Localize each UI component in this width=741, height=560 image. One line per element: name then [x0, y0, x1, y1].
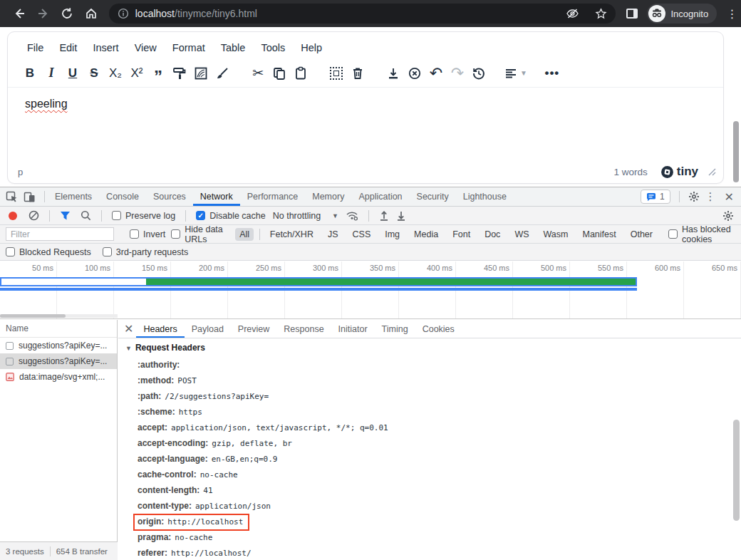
- back-button[interactable]: [7, 3, 31, 24]
- filter-pill-font[interactable]: Font: [448, 228, 475, 241]
- tab-preview[interactable]: Preview: [231, 320, 276, 338]
- paste-button[interactable]: [290, 63, 311, 84]
- network-settings-icon[interactable]: [722, 210, 734, 222]
- bookmark-star-icon[interactable]: [595, 8, 607, 20]
- blockquote-button[interactable]: ”: [147, 63, 169, 84]
- align-dropdown[interactable]: ▼: [504, 63, 527, 84]
- import-har-icon[interactable]: [379, 210, 389, 221]
- filter-pill-media[interactable]: Media: [410, 228, 442, 241]
- tab-cookies[interactable]: Cookies: [415, 320, 462, 338]
- menu-tools[interactable]: Tools: [253, 40, 293, 56]
- tab-network[interactable]: Network: [193, 187, 240, 206]
- menu-file[interactable]: File: [19, 40, 51, 56]
- menu-view[interactable]: View: [127, 40, 165, 56]
- italic-button[interactable]: I: [41, 63, 62, 84]
- tiny-branding[interactable]: tiny: [660, 165, 698, 179]
- device-toolbar-icon[interactable]: [24, 191, 41, 203]
- menu-table[interactable]: Table: [213, 40, 254, 56]
- trash-button[interactable]: [347, 63, 368, 84]
- address-bar[interactable]: localhost/tinymce/tiny6.html: [109, 4, 616, 24]
- paint-roller-icon[interactable]: [169, 63, 190, 84]
- brush-icon[interactable]: [212, 63, 233, 84]
- undo-button[interactable]: ↶: [425, 63, 447, 84]
- frame-curves-icon[interactable]: [190, 63, 212, 84]
- side-panel-icon[interactable]: [626, 8, 638, 19]
- menu-format[interactable]: Format: [165, 40, 213, 56]
- strikethrough-button[interactable]: S: [83, 63, 105, 84]
- inspect-element-icon[interactable]: [0, 191, 24, 203]
- hide-data-urls-checkbox[interactable]: Hide data URLs: [171, 224, 229, 244]
- copy-button[interactable]: [269, 63, 290, 84]
- tab-initiator[interactable]: Initiator: [331, 320, 375, 338]
- tab-memory[interactable]: Memory: [305, 187, 351, 206]
- record-button[interactable]: [9, 212, 17, 220]
- site-info-icon[interactable]: [118, 8, 129, 19]
- filter-pill-img[interactable]: Img: [380, 228, 404, 241]
- network-conditions-icon[interactable]: [346, 210, 358, 221]
- tab-payload[interactable]: Payload: [185, 320, 231, 338]
- forward-button[interactable]: [31, 3, 56, 24]
- request-row-selected[interactable]: suggestions?apiKey=...: [0, 353, 117, 369]
- third-party-requests-checkbox[interactable]: 3rd-party requests: [103, 247, 188, 257]
- more-button[interactable]: •••: [542, 63, 563, 84]
- cut-button[interactable]: ✂: [247, 63, 269, 84]
- reload-button[interactable]: [55, 3, 79, 24]
- export-har-icon[interactable]: [396, 210, 406, 221]
- resize-handle[interactable]: [708, 168, 716, 176]
- tab-headers[interactable]: Headers: [136, 320, 184, 338]
- misspelled-word[interactable]: speeling: [25, 98, 68, 110]
- eye-blocked-icon[interactable]: [566, 8, 579, 19]
- disable-cache-checkbox[interactable]: ✓Disable cache: [196, 211, 266, 221]
- invert-checkbox[interactable]: Invert: [130, 229, 165, 239]
- word-count[interactable]: 1 words: [613, 167, 647, 177]
- has-blocked-cookies-checkbox[interactable]: Has blocked cookies: [668, 224, 741, 244]
- request-row[interactable]: data:image/svg+xml;...: [0, 369, 117, 385]
- editor-content[interactable]: speeling: [8, 88, 723, 156]
- detail-close-icon[interactable]: ✕: [121, 322, 136, 336]
- bold-button[interactable]: B: [19, 63, 41, 84]
- filter-toggle-icon[interactable]: [60, 211, 71, 221]
- tab-application[interactable]: Application: [351, 187, 409, 206]
- filter-pill-wasm[interactable]: Wasm: [539, 228, 573, 241]
- home-button[interactable]: [79, 3, 103, 24]
- redo-button[interactable]: ↷: [447, 63, 468, 84]
- tab-response[interactable]: Response: [276, 320, 331, 338]
- incognito-badge[interactable]: Incognito: [647, 4, 717, 24]
- restore-draft-icon[interactable]: [468, 63, 489, 84]
- filter-pill-js[interactable]: JS: [323, 228, 343, 241]
- name-column-header[interactable]: Name: [0, 320, 117, 338]
- menu-help[interactable]: Help: [293, 40, 330, 56]
- browser-menu-icon[interactable]: ⋮: [724, 7, 741, 21]
- select-all-button[interactable]: [326, 63, 347, 84]
- preserve-log-checkbox[interactable]: Preserve log: [112, 211, 175, 221]
- tab-performance[interactable]: Performance: [240, 187, 306, 206]
- filter-pill-manifest[interactable]: Manifest: [578, 228, 620, 241]
- filter-pill-css[interactable]: CSS: [348, 228, 375, 241]
- filter-pill-doc[interactable]: Doc: [480, 228, 504, 241]
- blocked-requests-checkbox[interactable]: Blocked Requests: [6, 247, 91, 257]
- filter-pill-other[interactable]: Other: [626, 228, 657, 241]
- horizontal-scrollbar[interactable]: [0, 314, 118, 318]
- request-row[interactable]: suggestions?apiKey=...: [0, 338, 117, 353]
- search-icon[interactable]: [81, 210, 91, 221]
- tab-sources[interactable]: Sources: [146, 187, 193, 206]
- tab-console[interactable]: Console: [99, 187, 146, 206]
- cancel-button[interactable]: [404, 63, 425, 84]
- subscript-button[interactable]: X₂: [105, 63, 126, 84]
- clear-button[interactable]: [28, 210, 39, 221]
- underline-button[interactable]: U: [62, 63, 83, 84]
- devtools-menu-icon[interactable]: ⋮: [705, 190, 716, 203]
- issues-counter[interactable]: 1: [641, 190, 670, 204]
- detail-scrollbar[interactable]: [733, 420, 740, 521]
- menu-edit[interactable]: Edit: [51, 40, 85, 56]
- superscript-button[interactable]: X²: [126, 63, 147, 84]
- tab-elements[interactable]: Elements: [48, 187, 99, 206]
- tab-lighthouse[interactable]: Lighthouse: [456, 187, 514, 206]
- page-scrollbar[interactable]: [733, 121, 739, 182]
- devtools-settings-icon[interactable]: [688, 191, 700, 202]
- menu-insert[interactable]: Insert: [85, 40, 126, 56]
- throttling-select[interactable]: No throttling▼: [273, 211, 338, 221]
- element-path[interactable]: p: [18, 167, 23, 177]
- devtools-close-icon[interactable]: ✕: [722, 190, 737, 204]
- filter-pill-ws[interactable]: WS: [510, 228, 533, 241]
